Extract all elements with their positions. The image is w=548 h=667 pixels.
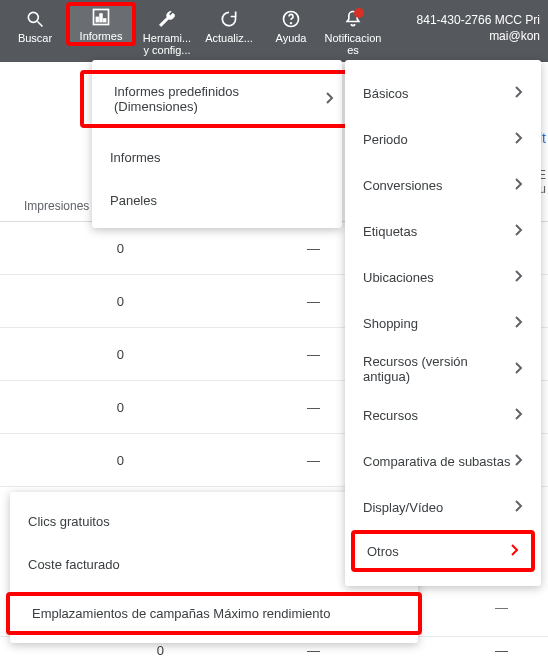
submenu-item-label: Básicos [363,86,409,101]
toolbar-ayuda[interactable]: Ayuda [260,6,322,44]
cell-ctr: — [160,453,340,468]
menu-item-informes[interactable]: Informes [92,136,342,179]
submenu-item-label: Recursos [363,408,418,423]
chevron-right-icon [515,224,523,239]
toolbar-buscar-label: Buscar [18,32,52,44]
submenu-item-shopping[interactable]: Shopping [345,300,541,346]
otros-item-label: Coste facturado [28,557,120,572]
menu-item-label: Informes [110,150,161,165]
toolbar-herramientas[interactable]: Herrami... y config... [136,6,198,56]
refresh-icon [218,8,240,30]
otros-item-emplazamientos[interactable]: Emplazamientos de campañas Máximo rendim… [6,592,422,635]
submenu-item-label: Ubicaciones [363,270,434,285]
toolbar-notificaciones[interactable]: Notificacion es [322,6,384,56]
submenu-item-ubicaciones[interactable]: Ubicaciones [345,254,541,300]
toolbar-actualizar[interactable]: Actualiz... [198,6,260,44]
submenu-item-display-video[interactable]: Display/Vídeo [345,484,541,530]
submenu-item-label: Shopping [363,316,418,331]
cell-dash: — [495,643,508,658]
chevron-right-icon [515,132,523,147]
svg-rect-3 [96,17,99,22]
toolbar-notificaciones-label: Notificacion [325,32,382,44]
account-email: mai@kon [417,28,540,44]
search-icon [24,8,46,30]
svg-point-0 [28,12,38,22]
top-toolbar: Buscar Informes Herrami... y config... A… [0,0,548,62]
svg-rect-4 [100,14,103,22]
chevron-right-icon [515,500,523,515]
submenu-item-label: Etiquetas [363,224,417,239]
submenu-item-label: Otros [367,544,399,559]
submenu-item-label: Conversiones [363,178,443,193]
menu-item-label: Informes predefinidos (Dimensiones) [114,84,326,114]
submenu-item-comparativa[interactable]: Comparativa de subastas [345,438,541,484]
submenu-item-label: Recursos (versión antigua) [363,354,515,384]
chevron-right-icon [515,86,523,101]
cell-ctr: — [160,400,340,415]
notification-dot-icon [354,8,364,18]
cell-impresiones: 0 [0,643,200,658]
submenu-item-recursos[interactable]: Recursos [345,392,541,438]
cell-ctr: — [160,347,340,362]
submenu-item-etiquetas[interactable]: Etiquetas [345,208,541,254]
chevron-right-icon [326,92,334,107]
toolbar-informes-label: Informes [80,30,123,42]
svg-point-7 [290,22,292,24]
toolbar-notificaciones-sub: es [347,44,359,56]
menu-item-predefinidos[interactable]: Informes predefinidos (Dimensiones) [80,70,352,128]
submenu-item-conversiones[interactable]: Conversiones [345,162,541,208]
account-id: 841-430-2766 MCC Pri [417,12,540,28]
chevron-right-icon [515,408,523,423]
submenu-item-label: Comparativa de subastas [363,454,510,469]
cell-impresiones: 0 [0,294,160,309]
account-info: 841-430-2766 MCC Pri mai@kon [417,6,544,44]
reports-icon [90,6,112,28]
wrench-icon [156,8,178,30]
cell-impresiones: 0 [0,241,160,256]
cell-dash: — [495,600,508,615]
toolbar-herramientas-sub: y config... [143,44,190,56]
submenu-item-label: Periodo [363,132,408,147]
cell-ctr: — [160,241,340,256]
svg-line-1 [38,22,43,27]
cell-impresiones: 0 [0,453,160,468]
cell-impresiones: 0 [0,347,160,362]
chevron-right-icon [515,270,523,285]
chevron-right-icon [515,362,523,377]
toolbar-informes[interactable]: Informes [66,2,136,46]
toolbar-herramientas-label: Herrami... [143,32,191,44]
informes-menu: Informes predefinidos (Dimensiones) Info… [92,60,342,228]
submenu-item-basicos[interactable]: Básicos [345,70,541,116]
cell-ctr: — [200,643,340,658]
chevron-right-icon [515,454,523,469]
toolbar-ayuda-label: Ayuda [276,32,307,44]
otros-item-label: Emplazamientos de campañas Máximo rendim… [32,606,330,621]
predefinidos-submenu: Básicos Periodo Conversiones Etiquetas U… [345,60,541,586]
cell-ctr: — [160,294,340,309]
menu-item-label: Paneles [110,193,157,208]
help-icon [280,8,302,30]
submenu-item-otros[interactable]: Otros [351,530,535,572]
submenu-item-label: Display/Vídeo [363,500,443,515]
chevron-right-icon [515,316,523,331]
otros-item-label: Clics gratuitos [28,514,110,529]
svg-rect-5 [104,19,107,22]
submenu-item-recursos-antigua[interactable]: Recursos (versión antigua) [345,346,541,392]
chevron-right-icon [511,544,519,559]
submenu-item-periodo[interactable]: Periodo [345,116,541,162]
cell-impresiones: 0 [0,400,160,415]
menu-item-paneles[interactable]: Paneles [92,179,342,222]
toolbar-actualizar-label: Actualiz... [205,32,253,44]
toolbar-buscar[interactable]: Buscar [4,6,66,44]
chevron-right-icon [515,178,523,193]
